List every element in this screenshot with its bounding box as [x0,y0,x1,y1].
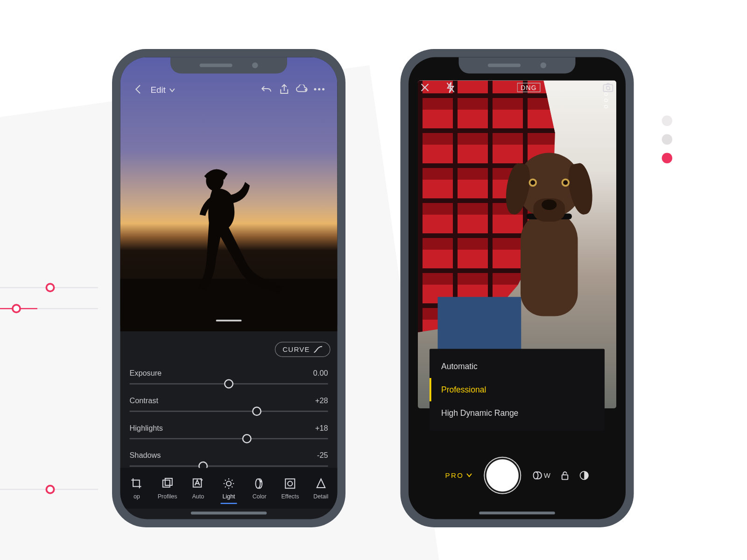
shutter-button[interactable] [484,457,521,494]
camera-topbar: DNG [420,82,614,93]
slider-label: Contrast [130,396,158,405]
dot [662,153,673,164]
slider-thumb[interactable] [252,406,261,416]
curve-button[interactable]: CURVE [275,342,330,357]
chevron-down-icon [466,473,472,478]
format-badge[interactable]: DNG [517,83,540,92]
color-icon [254,477,265,489]
auto-icon [192,477,204,489]
mode-option[interactable]: High Dynamic Range [430,401,605,425]
slider-label: Highlights [130,424,163,433]
chevron-down-icon [169,88,176,92]
photo-subject [159,162,299,297]
close-button[interactable] [420,83,430,92]
lens-button[interactable]: W [533,471,550,480]
decorative-slider [0,287,98,288]
slider-value: +28 [315,396,328,405]
editor-topbar: Edit [120,79,338,99]
effects-icon [284,477,296,489]
screen-title[interactable]: Edit [151,84,176,94]
mode-option[interactable]: Automatic [430,355,605,378]
filters-button[interactable] [579,471,589,480]
svg-rect-9 [285,479,295,488]
tab-effects[interactable]: Effects [275,477,306,499]
slider-track[interactable] [130,466,328,467]
tab-label: Profiles [158,493,177,499]
slider-thumb[interactable] [224,379,233,389]
mode-selector[interactable]: PRO [445,471,472,480]
phone-camera: DNG ooo AutomaticProfessionalHigh Dynami… [401,49,634,527]
svg-point-3 [322,88,324,91]
profiles-icon [162,477,173,489]
slider-track[interactable] [130,383,328,385]
svg-point-12 [533,472,538,479]
slider-value: +18 [315,424,328,433]
dot [662,116,673,126]
more-button[interactable] [310,88,328,91]
tab-detail[interactable]: Detail [305,477,336,499]
tab-label: Effects [281,493,299,499]
tab-label: Detail [313,493,328,499]
home-indicator[interactable] [191,511,267,514]
back-button[interactable] [130,84,148,95]
svg-rect-5 [165,478,172,485]
share-button[interactable] [275,84,293,95]
svg-point-2 [318,88,320,91]
lock-settings-button[interactable] [561,471,569,480]
slider-track[interactable] [130,438,328,440]
svg-point-8 [260,480,261,482]
curve-icon [313,345,323,354]
slider-label: Shadows [130,451,161,460]
tab-label: Auto [192,493,204,499]
svg-point-7 [226,481,231,486]
slider-value: -25 [317,451,328,460]
svg-rect-4 [163,480,170,487]
tab-color[interactable]: Color [244,477,275,499]
decorative-slider [0,308,98,309]
slider-contrast[interactable]: Contrast+28 [130,396,328,412]
phone-edit: Edit CURVE [112,49,345,527]
dot [662,134,673,145]
detail-icon [315,477,327,489]
tab-profiles[interactable]: Profiles [152,477,183,499]
slider-label: Exposure [130,369,162,378]
curve-label: CURVE [282,345,310,354]
panel-drag-handle[interactable] [216,320,242,322]
tab-label: op [134,493,140,499]
slider-exposure[interactable]: Exposure0.00 [130,369,328,385]
crop-icon [131,477,142,489]
undo-button[interactable] [258,84,276,94]
tab-auto[interactable]: Auto [183,477,213,499]
light-sliders: Exposure0.00Contrast+28Highlights+18Shad… [130,369,328,478]
svg-point-10 [288,481,292,486]
home-indicator[interactable] [479,511,555,514]
decorative-slider [0,489,98,490]
tab-label: Color [253,493,267,499]
timer-indicator[interactable]: ooo [602,92,611,111]
tab-light[interactable]: Light [213,477,244,499]
tab-crop[interactable]: op [121,477,152,499]
viewfinder-subject [505,153,593,328]
switch-camera-button[interactable] [602,82,614,93]
svg-rect-11 [604,84,613,91]
camera-bottom-bar: PRO W [409,449,626,502]
svg-rect-13 [562,475,568,480]
svg-point-1 [314,88,317,91]
slider-thumb[interactable] [242,434,251,443]
editor-tabbar: opProfilesAutoLightColorEffectsDetail [120,468,338,509]
slider-value: 0.00 [313,369,328,378]
pagination-dots [662,116,673,164]
slider-shadows[interactable]: Shadows-25 [130,451,328,467]
flash-button[interactable] [446,82,455,93]
mode-option[interactable]: Professional [430,378,605,401]
tab-label: Light [222,493,235,499]
slider-track[interactable] [130,411,328,412]
slider-highlights[interactable]: Highlights+18 [130,424,328,440]
camera-mode-menu: AutomaticProfessionalHigh Dynamic Range [430,349,605,431]
cloud-add-button[interactable] [293,84,311,94]
lens-label: W [544,471,550,480]
light-icon [223,477,235,489]
